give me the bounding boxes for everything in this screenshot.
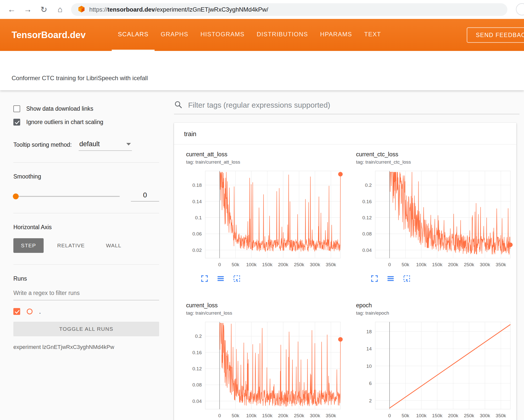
svg-text:200k: 200k (448, 262, 458, 267)
svg-text:0.18: 0.18 (192, 183, 202, 188)
back-icon[interactable]: ← (7, 5, 17, 14)
run-color-swatch[interactable] (27, 309, 33, 314)
chart-canvas: 0.040.080.120.160.2050k100k150k200k250k3… (356, 169, 514, 268)
svg-text:0.1: 0.1 (195, 215, 202, 220)
tag-group-title: train (174, 123, 516, 144)
svg-text:100k: 100k (416, 413, 427, 418)
tab-hparams[interactable]: HPARAMS (314, 19, 358, 51)
chart-cell-current-att-loss: current_att_loss tag: train/current_att_… (174, 151, 344, 283)
data-table-icon[interactable] (386, 274, 395, 283)
send-feedback-button[interactable]: SEND FEEDBACK (467, 27, 524, 43)
line-chart-current-att-loss[interactable]: 0.020.060.10.140.18050k100k150k200k250k3… (186, 169, 344, 269)
svg-text:0.02: 0.02 (192, 248, 202, 253)
svg-text:350k: 350k (326, 262, 336, 267)
svg-text:350k: 350k (326, 413, 336, 418)
tab-text[interactable]: TEXT (358, 19, 387, 51)
fullscreen-icon[interactable] (370, 274, 379, 283)
smoothing-slider-thumb[interactable] (13, 193, 19, 199)
svg-text:50k: 50k (231, 413, 239, 418)
svg-text:150k: 150k (262, 413, 273, 418)
avatar[interactable] (516, 3, 524, 15)
svg-text:150k: 150k (432, 413, 443, 418)
svg-text:0.2: 0.2 (195, 334, 202, 339)
line-chart-current-ctc-loss[interactable]: 0.040.080.120.160.2050k100k150k200k250k3… (356, 169, 514, 269)
svg-text:200k: 200k (448, 413, 458, 418)
chart-title: current_att_loss (186, 151, 344, 158)
chart-cell-current-loss: current_loss tag: train/current_loss 0.0… (174, 302, 344, 420)
svg-text:100k: 100k (416, 262, 427, 267)
svg-text:250k: 250k (464, 262, 474, 267)
nav-tabs: SCALARSGRAPHSHISTOGRAMSDISTRIBUTIONSHPAR… (112, 19, 387, 51)
axis-wall-button[interactable]: WALL (98, 238, 129, 253)
chart-cell-epoch: epoch tag: train/epoch 26101418050k100k1… (344, 302, 514, 420)
ignore-outliers-label: Ignore outliers in chart scaling (26, 119, 103, 126)
svg-text:350k: 350k (496, 413, 506, 418)
svg-text:2: 2 (369, 398, 372, 403)
chart-tag: tag: train/epoch (356, 310, 514, 316)
ignore-outliers-checkbox[interactable] (13, 119, 20, 126)
svg-text:0: 0 (218, 413, 221, 418)
axis-relative-button[interactable]: RELATIVE (50, 238, 93, 253)
experiment-title: Conformer CTC training for LibriSpeech w… (12, 75, 148, 82)
data-table-icon[interactable] (216, 274, 225, 283)
svg-text:0.16: 0.16 (362, 199, 372, 204)
svg-text:200k: 200k (278, 262, 288, 267)
svg-text:0.14: 0.14 (192, 199, 202, 204)
tooltip-sorting-value: default (79, 140, 100, 148)
svg-text:0.08: 0.08 (362, 231, 372, 236)
reload-icon[interactable]: ↻ (39, 5, 49, 14)
smoothing-slider[interactable] (13, 196, 120, 197)
svg-text:50k: 50k (401, 262, 409, 267)
smoothing-value-field[interactable]: 0 (131, 191, 159, 201)
svg-text:0.12: 0.12 (362, 215, 372, 220)
chart-canvas: 26101418050k100k150k200k250k300k350k (356, 320, 514, 419)
line-chart-current-loss[interactable]: 0.040.080.120.160.2050k100k150k200k250k3… (186, 320, 344, 420)
svg-text:0.12: 0.12 (192, 366, 202, 371)
svg-text:50k: 50k (401, 413, 409, 418)
smoothing-label: Smoothing (13, 173, 164, 180)
forward-icon[interactable]: → (23, 5, 33, 14)
svg-text:50k: 50k (231, 262, 239, 267)
filter-tags-row (174, 100, 519, 114)
title-band: Conformer CTC training for LibriSpeech w… (0, 51, 524, 90)
chevron-down-icon (126, 143, 131, 145)
app-bar: TensorBoard.dev SCALARSGRAPHSHISTOGRAMSD… (0, 19, 524, 51)
search-icon (174, 100, 183, 110)
tooltip-sorting-dropdown[interactable]: default (79, 140, 132, 151)
svg-text:300k: 300k (310, 413, 320, 418)
fit-domain-icon[interactable] (232, 274, 241, 283)
fit-domain-icon[interactable] (402, 274, 411, 283)
browser-chrome: ← → ↻ ⌂ https://tensorboard.dev/experime… (0, 0, 524, 19)
show-download-label: Show data download links (26, 105, 93, 112)
main-panel: train current_att_loss tag: train/curren… (164, 90, 524, 420)
svg-text:150k: 150k (262, 262, 273, 267)
runs-filter-input[interactable] (13, 288, 159, 300)
horizontal-axis-label: Horizontal Axis (13, 224, 164, 231)
tab-distributions[interactable]: DISTRIBUTIONS (251, 19, 314, 51)
line-chart-epoch[interactable]: 26101418050k100k150k200k250k300k350k (356, 320, 514, 420)
brand-logo: TensorBoard.dev (12, 19, 85, 51)
axis-step-button[interactable]: STEP (13, 238, 44, 253)
svg-text:0: 0 (388, 262, 391, 267)
svg-text:300k: 300k (480, 262, 490, 267)
run-checkbox[interactable] (13, 308, 20, 315)
address-bar[interactable]: https://tensorboard.dev/experiment/lzGnE… (71, 3, 507, 16)
svg-text:100k: 100k (246, 262, 257, 267)
tab-histograms[interactable]: HISTOGRAMS (194, 19, 251, 51)
tab-scalars[interactable]: SCALARS (112, 19, 155, 51)
fullscreen-icon[interactable] (200, 274, 209, 283)
url-text: https://tensorboard.dev/experiment/lzGnE… (89, 6, 268, 13)
chart-canvas: 0.040.080.120.160.2050k100k150k200k250k3… (186, 320, 344, 419)
show-download-checkbox[interactable] (13, 105, 20, 112)
filter-tags-input[interactable] (188, 101, 519, 110)
train-card: train current_att_loss tag: train/curren… (174, 123, 516, 420)
svg-text:0.2: 0.2 (365, 183, 372, 188)
svg-text:0.16: 0.16 (192, 350, 202, 355)
divider (13, 162, 159, 163)
settings-sidebar: Show data download links Ignore outliers… (0, 90, 164, 420)
tab-graphs[interactable]: GRAPHS (155, 19, 194, 51)
svg-text:300k: 300k (310, 262, 320, 267)
svg-text:0.08: 0.08 (192, 382, 202, 387)
toggle-all-runs-button[interactable]: TOGGLE ALL RUNS (13, 322, 159, 336)
home-icon[interactable]: ⌂ (55, 5, 65, 14)
